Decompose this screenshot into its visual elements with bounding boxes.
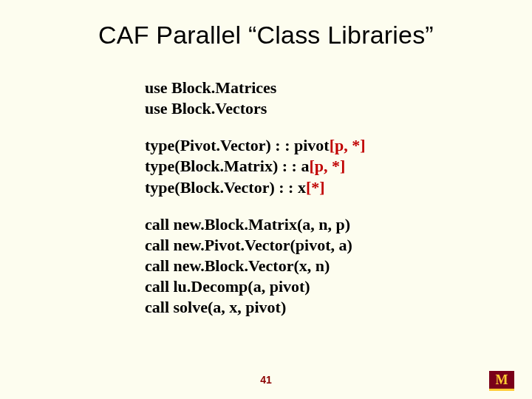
code-line: call new.Pivot.Vector(pivot, a) — [145, 235, 485, 256]
coarray-brackets: [p, *] — [309, 157, 345, 175]
slide-title: CAF Parallel “Class Libraries” — [0, 21, 532, 50]
umn-logo: M — [489, 371, 514, 389]
page-number: 41 — [0, 374, 532, 386]
code-line: call new.Block.Vector(x, n) — [145, 256, 485, 276]
code-content: use Block.Matrices use Block.Vectors typ… — [145, 78, 485, 318]
code-line: use Block.Vectors — [145, 98, 485, 119]
code-line: call solve(a, x, pivot) — [145, 297, 485, 318]
code-text: type(Block.Vector) : : x — [145, 178, 306, 197]
use-block: use Block.Matrices use Block.Vectors — [145, 78, 485, 119]
code-line: type(Pivot.Vector) : : pivot[p, *] — [145, 135, 485, 156]
coarray-brackets: [p, *] — [330, 136, 366, 154]
code-line: call new.Block.Matrix(a, n, p) — [145, 214, 485, 235]
code-text: type(Pivot.Vector) : : pivot — [145, 136, 330, 154]
type-block: type(Pivot.Vector) : : pivot[p, *] type(… — [145, 135, 485, 197]
logo-bg: M — [489, 371, 514, 389]
logo-letter: M — [496, 373, 508, 386]
code-line: type(Block.Vector) : : x[*] — [145, 177, 485, 198]
logo-underline — [489, 389, 514, 391]
code-line: call lu.Decomp(a, pivot) — [145, 276, 485, 297]
slide: CAF Parallel “Class Libraries” use Block… — [0, 0, 532, 399]
coarray-brackets: [*] — [306, 178, 325, 197]
code-text: type(Block.Matrix) : : a — [145, 157, 309, 175]
call-block: call new.Block.Matrix(a, n, p) call new.… — [145, 214, 485, 318]
code-line: use Block.Matrices — [145, 78, 485, 98]
code-line: type(Block.Matrix) : : a[p, *] — [145, 156, 485, 177]
